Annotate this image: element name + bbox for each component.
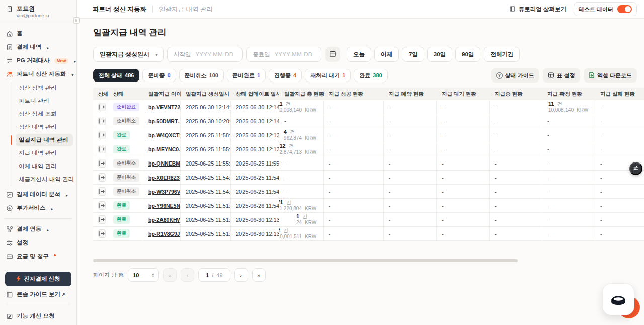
status-filter-chip[interactable]: 재처리 대기 1 [305,69,351,82]
page-separator: / [212,272,213,278]
quick-range-button[interactable]: 오늘 [347,47,371,62]
bulk-payout-id-link[interactable]: bp-MEYNC0… [148,146,181,152]
e-payment-apply-button[interactable]: 전자결제 신청 [5,272,71,286]
status-filter-chip[interactable]: 준비취소 100 [179,69,224,82]
row-detail-button[interactable] [98,103,106,111]
home-icon [6,30,13,37]
sidebar-subitem[interactable]: 정산 내역 관리 [16,121,73,133]
test-data-toggle[interactable] [617,5,632,13]
status-filter-chip[interactable]: 진행중 4 [269,69,302,82]
confirmed-cell: - [542,171,595,184]
sidebar-subitem[interactable]: 정산 상세 조회 [16,108,73,120]
row-detail-button[interactable] [98,145,106,153]
calendar-button[interactable] [325,47,340,62]
sidebar-item-analytics[interactable]: 결제 데이터 분석 [4,188,73,201]
start-date-input[interactable]: 시작일 YYYY-MM-DD [167,47,243,62]
sidebar-item-partner-settlement[interactable]: 파트너 정산 자동화 [4,67,73,81]
bulk-payout-id-link[interactable]: bp-50DMRT… [148,118,181,124]
row-detail-button[interactable] [98,159,106,168]
table-settings-button[interactable]: 표 설정 [543,68,580,83]
inprogress-cell: - [490,100,542,114]
failed-cell: - [595,185,644,198]
status-filter-chip[interactable]: 완료 380 [354,69,387,82]
row-detail-button[interactable] [98,215,106,224]
topbar: 파트너 정산 자동화 일괄지급 내역 관리 튜토리얼 살펴보기 테스트 데이터 [77,0,644,19]
quick-range-button[interactable]: 90일 [455,47,480,62]
date-type-value: 일괄지급 생성일시 [100,50,149,59]
confirmed-cell: - [542,114,595,128]
topbar-right: 튜토리얼 살펴보기 테스트 데이터 [509,2,637,16]
bulk-payout-id-link[interactable]: bp-W3P796V0 [148,189,181,195]
sidebar-subitem[interactable]: 일괄지급 내역 관리 [16,134,73,146]
bulk-payout-id-link[interactable]: bp-R1V8G9J4 [148,231,181,237]
success-cell: - [324,227,384,240]
status-filter-chip[interactable]: 전체 상태 486 [93,69,139,82]
sidebar-subitem[interactable]: 파트너 관리 [16,95,73,107]
sidebar-item-addons[interactable]: 부가서비스 [4,201,73,215]
feedback-widget-button[interactable] [629,162,642,175]
horizontal-scrollbar-thumb[interactable] [93,259,518,262]
console-guide-link[interactable]: 콘솔 가이드 보기 [5,286,71,298]
row-detail-button[interactable] [98,201,106,210]
status-guide-label: 상태 가이드 [505,72,534,79]
table-scroll-container[interactable]: 상세 상태 일괄지급 아이디 일괄지급 생성일시 상태 업데이트 일시 일괄지급… [93,88,644,241]
next-page-button[interactable] [234,268,248,282]
success-cell: - [324,100,384,114]
bulk-payout-id-link[interactable]: bp-W4QXCTP8 [148,132,181,138]
chat-widget-button[interactable] [602,283,634,315]
bulk-payout-id-link[interactable]: bp-Y96NE5N1 [148,203,181,209]
excel-file-icon [589,72,595,79]
sidebar-item-billing[interactable]: 요금 및 청구 [4,250,73,263]
sidebar-subitem[interactable]: 이체 내역 관리 [16,160,73,173]
total-cell: 12건 2,874,713KRW [279,142,324,156]
rows-per-page-select[interactable]: 10 [128,268,159,282]
status-filter-chip[interactable]: 준비중 0 [142,69,176,82]
sidebar-subitem[interactable]: 정산 정책 관리 [16,82,73,94]
quick-range-button[interactable]: 어제 [374,47,399,62]
sidebar-item-payments[interactable]: 결제 내역 [4,40,73,54]
feature-request-link[interactable]: 기능 개선 요청 [5,308,71,320]
sidebar-subitem[interactable]: 세금계산서 내역 관리 [16,173,73,186]
sidebar-subitem[interactable]: 지급 내역 관리 [16,147,73,159]
prev-page-button[interactable] [181,268,194,282]
row-detail-button[interactable] [98,187,106,196]
row-detail-button[interactable] [98,131,106,139]
chip-count: 486 [125,72,134,78]
waiting-cell: - [437,156,490,170]
chip-label: 전체 상태 [99,72,122,79]
row-detail-button[interactable] [98,173,106,182]
inprogress-cell: - [490,199,542,212]
bulk-payout-id-link[interactable]: bp-QNNEBM… [148,160,181,167]
end-date-input[interactable]: 종료일 YYYY-MM-DD [246,47,321,62]
created-at-cell: 2025-06-25 11:51:44 [181,199,231,212]
row-detail-button[interactable] [98,229,106,238]
sidebar-item-label: 결제 연동 [17,225,41,233]
confirmed-cell: 11건 10,008,140KRW [542,100,595,114]
sidebar-item-label: 결제 데이터 분석 [17,191,60,198]
quick-range-button[interactable]: 7일 [402,47,424,62]
quick-range-button[interactable]: 30일 [427,47,452,62]
bulk-payout-id-link[interactable]: bp-X0ER8Z38 [148,175,181,181]
status-filter-chip[interactable]: 준비완료 1 [227,69,266,82]
sidebar-item-settings[interactable]: 설정 [4,236,73,250]
sidebar-item-label: 파트너 정산 자동화 [17,70,66,78]
last-page-button[interactable] [252,268,266,282]
row-detail-button[interactable] [98,117,106,125]
quick-range-group: 오늘 어제 7일 30일 90일 전체기간 [347,47,520,62]
bulk-payout-id-link[interactable]: bp-VEVNT72Y [148,104,181,110]
tutorial-link[interactable]: 튜토리얼 살펴보기 [509,6,567,13]
bulk-payout-id-link[interactable]: bp-2A80KHWR [148,217,181,223]
sidebar-item-pg-reconciliation[interactable]: PG 거래대사 New [4,54,73,67]
confirmed-cell: - [542,185,595,198]
sidebar-item-home[interactable]: 홈 [4,27,73,40]
account-block[interactable]: 포트원 ian@portone.io [0,0,76,23]
status-badge: 준비취소 [113,159,139,168]
plus-circle-icon [6,205,13,212]
first-page-button[interactable] [163,268,177,282]
excel-download-button[interactable]: 엑셀 다운로드 [584,68,637,83]
date-type-select[interactable]: 일괄지급 생성일시 [93,47,164,62]
sidebar-collapse-button[interactable] [73,17,80,24]
quick-range-button[interactable]: 전체기간 [484,47,520,62]
status-guide-button[interactable]: 상태 가이드 [491,68,539,83]
sidebar-item-integration[interactable]: 결제 연동 [4,222,73,236]
